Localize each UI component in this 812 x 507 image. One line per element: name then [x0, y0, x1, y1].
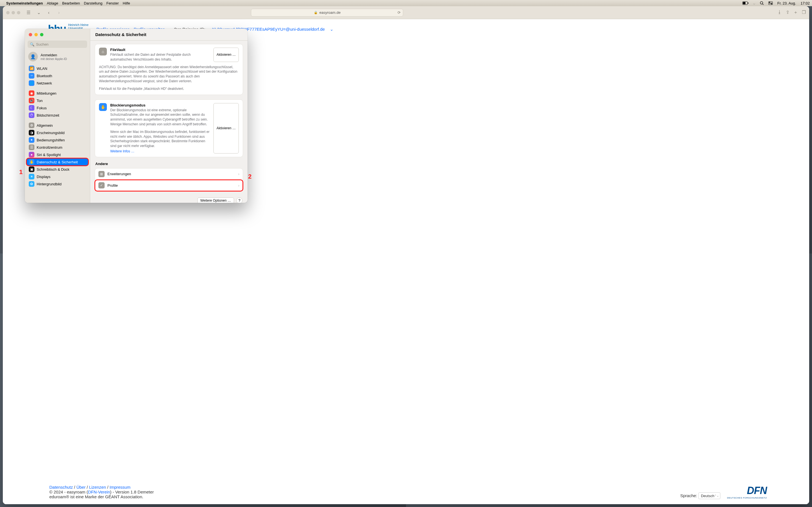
annotation-2: 2 — [248, 173, 252, 180]
profiles-row[interactable]: ✓ Profile › — [95, 180, 243, 191]
menubar-item-file[interactable]: Ablage — [47, 1, 58, 5]
zoom-icon[interactable] — [40, 33, 43, 36]
system-settings-window: 🔍 Suchen 👤 Anmelden mit deiner Apple-ID … — [25, 29, 248, 203]
more-options-button[interactable]: Weitere Optionen … — [197, 198, 234, 203]
chevron-right-icon: › — [238, 183, 239, 187]
lockdown-title: Blockierungsmodus — [110, 103, 210, 107]
settings-search-input[interactable]: 🔍 Suchen — [28, 41, 87, 48]
ic-wlan-icon: 📶 — [29, 66, 35, 71]
macos-menubar: Systemeinstellungen Ablage Bearbeiten Da… — [0, 0, 406, 6]
sidebar-item-erscheinungsbild[interactable]: ◑Erscheinungsbild — [27, 129, 88, 136]
sidebar-item-fokus[interactable]: ☾Fokus — [27, 104, 88, 112]
sidebar-item-label: Siri & Spotlight — [37, 153, 61, 157]
profiles-icon: ✓ — [98, 182, 105, 188]
ic-disp-icon: ☀ — [29, 174, 35, 179]
sidebar-item-datenschutz-sicherheit[interactable]: ✋Datenschutz & Sicherheit — [27, 158, 88, 166]
sidebar-item-label: Fokus — [37, 106, 47, 110]
extensions-row[interactable]: ⊞ Erweiterungen › — [95, 168, 243, 180]
sidebar-item-label: Schreibtisch & Dock — [37, 167, 69, 172]
sidebar-item-bedienungshilfen[interactable]: ✦Bedienungshilfen — [27, 136, 88, 144]
sidebar-item-kontrollzentrum[interactable]: ☰Kontrollzentrum — [27, 144, 88, 151]
filevault-activate-button[interactable]: Aktivieren … — [213, 48, 239, 62]
sidebar-toggle-icon[interactable]: ☰ — [25, 10, 32, 16]
filevault-card: ⌂ FileVault FileVault sichert die Daten … — [95, 44, 243, 95]
sidebar-item-label: Hintergrundbild — [37, 182, 61, 186]
reload-icon[interactable]: ⟳ — [398, 10, 401, 15]
sidebar-item-label: Mitteilungen — [37, 91, 56, 96]
sidebar-item-siri-spotlight[interactable]: ●Siri & Spotlight — [27, 151, 88, 158]
apple-id-signin[interactable]: 👤 Anmelden mit deiner Apple-ID — [25, 50, 90, 64]
filevault-title: FileVault — [110, 48, 210, 52]
ic-desk-icon: ▣ — [29, 166, 35, 172]
close-icon[interactable] — [29, 33, 32, 36]
sidebar-item-ton[interactable]: 🔊Ton — [27, 97, 88, 104]
dropdown-caret-icon[interactable]: ⌄ — [330, 27, 334, 32]
menubar-app-name[interactable]: Systemeinstellungen — [6, 1, 43, 5]
menubar-item-help[interactable]: Hilfe — [123, 1, 130, 5]
settings-pane-title: Datenschutz & Sicherheit — [90, 29, 248, 41]
search-icon: 🔍 — [30, 42, 35, 47]
lock-icon: 🔒 — [314, 11, 318, 14]
help-button[interactable]: ? — [236, 198, 243, 203]
ic-appear-icon: ◑ — [29, 130, 35, 135]
sidebar-item-hintergrundbild[interactable]: ✿Hintergrundbild — [27, 180, 88, 187]
sidebar-item-allgemein[interactable]: ⚙Allgemein — [27, 122, 88, 129]
filevault-status: FileVault ist für die Festplatte „Macint… — [99, 87, 239, 91]
ic-focus-icon: ☾ — [29, 105, 35, 111]
sidebar-item-schreibtisch-dock[interactable]: ▣Schreibtisch & Dock — [27, 166, 88, 173]
ic-net-icon: 🌐 — [29, 80, 35, 86]
extensions-icon: ⊞ — [98, 171, 105, 177]
signin-title: Anmelden — [41, 53, 67, 57]
sidebar-item-label: Bildschirmzeit — [37, 113, 59, 117]
search-placeholder: Suchen — [36, 42, 49, 47]
ic-bt-icon: ⌔ — [29, 73, 35, 78]
sidebar-item-netzwerk[interactable]: 🌐Netzwerk — [27, 79, 88, 87]
settings-sidebar: 🔍 Suchen 👤 Anmelden mit deiner Apple-ID … — [25, 29, 90, 203]
ic-wall-icon: ✿ — [29, 181, 35, 187]
safari-traffic-lights[interactable] — [6, 11, 20, 14]
menubar-item-edit[interactable]: Bearbeiten — [62, 1, 80, 5]
menubar-item-view[interactable]: Darstellung — [84, 1, 102, 5]
sidebar-item-label: WLAN — [37, 66, 47, 71]
sidebar-list: 📶WLAN⌔Bluetooth🌐Netzwerk◉Mitteilungen🔊To… — [25, 64, 90, 203]
sidebar-item-label: Netzwerk — [37, 81, 52, 86]
lockdown-desc2: Wenn sich der Mac im Blockierungsmodus b… — [110, 129, 210, 149]
chevron-down-icon[interactable]: ⌄ — [35, 10, 42, 16]
profiles-label: Profile — [107, 183, 118, 187]
ic-notif-icon: ◉ — [29, 91, 35, 96]
lockdown-icon: ✋ — [99, 103, 107, 111]
forward-icon[interactable]: › — [55, 10, 63, 16]
chevron-right-icon: › — [238, 172, 239, 176]
avatar-icon: 👤 — [28, 52, 38, 61]
sidebar-item-label: Datenschutz & Sicherheit — [37, 160, 78, 164]
ic-scr-icon: ⏱ — [29, 112, 35, 118]
sidebar-item-label: Displays — [37, 175, 50, 179]
menubar-item-window[interactable]: Fenster — [106, 1, 119, 5]
safari-toolbar: ☰ ⌄ ‹ › 🔒 easyroam.de ⟳ ⭳ ⇪ ＋ ❐ — [3, 6, 406, 19]
sidebar-item-bluetooth[interactable]: ⌔Bluetooth — [27, 72, 88, 79]
lockdown-desc: Der Blockierungsmodus ist eine extreme, … — [110, 108, 210, 127]
filevault-desc: FileVault sichert die Daten auf deiner F… — [110, 52, 210, 62]
other-section-title: Andere — [95, 162, 243, 166]
sidebar-item-wlan[interactable]: 📶WLAN — [27, 65, 88, 72]
back-icon[interactable]: ‹ — [45, 10, 52, 16]
lockdown-mode-card: ✋ Blockierungsmodus Der Blockierungsmodu… — [95, 100, 243, 157]
sidebar-item-label: Ton — [37, 99, 43, 103]
sidebar-item-label: Allgemein — [37, 123, 53, 128]
sidebar-item-label: Bedienungshilfen — [37, 138, 65, 142]
lockdown-more-link[interactable]: Weitere Infos … — [110, 149, 135, 153]
other-section-card: ⊞ Erweiterungen › ✓ Profile › — [95, 168, 243, 191]
ic-priv-icon: ✋ — [29, 159, 35, 165]
sidebar-item-displays[interactable]: ☀Displays — [27, 173, 88, 180]
filevault-icon: ⌂ — [99, 48, 107, 55]
sidebar-item-mitteilungen[interactable]: ◉Mitteilungen — [27, 90, 88, 97]
safari-url-bar[interactable]: 🔒 easyroam.de ⟳ — [251, 9, 403, 17]
ic-cc-icon: ☰ — [29, 145, 35, 150]
sidebar-item-bildschirmzeit[interactable]: ⏱Bildschirmzeit — [27, 112, 88, 119]
extensions-label: Erweiterungen — [107, 172, 131, 176]
lockdown-activate-button[interactable]: Aktivieren … — [213, 103, 239, 154]
url-host: easyroam.de — [319, 10, 341, 15]
filevault-warning: ACHTUNG: Du benötigst dein Anmeldepasswo… — [99, 65, 239, 83]
minimize-icon[interactable] — [35, 33, 38, 36]
ic-acc-icon: ✦ — [29, 137, 35, 143]
